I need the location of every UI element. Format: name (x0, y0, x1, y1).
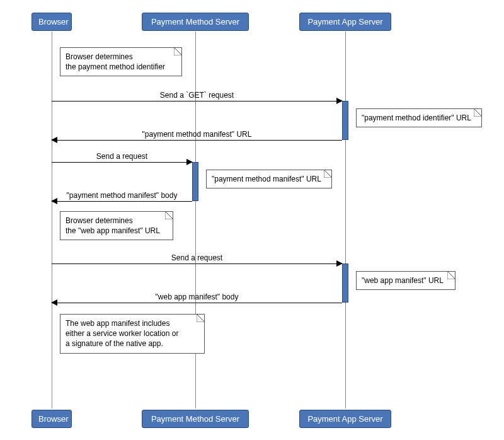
arrow-label: "payment method manifest" body (67, 191, 178, 200)
arrow-label: Send a request (96, 152, 147, 161)
svg-marker-2 (324, 170, 332, 178)
note-line: a signature of the native app. (66, 339, 163, 348)
activation-pa-server-1 (342, 101, 348, 140)
arrow-webapp-manifest-body: "web app manifest" body (52, 303, 342, 303)
lifeline-pa-server (345, 32, 346, 408)
note-browser-determines-webapp: Browser determines the "web app manifest… (60, 211, 173, 240)
note-fold-icon (447, 271, 455, 279)
note-line: The web app manifest includes (66, 319, 169, 328)
note-webapp-manifest-url: "web app manifest" URL (356, 271, 455, 290)
note-line: the payment method identifier (66, 62, 165, 71)
note-pm-manifest-url: "payment method manifest" URL (206, 170, 332, 188)
participant-label: Browser (38, 414, 69, 424)
participant-label: Payment Method Server (151, 414, 239, 424)
arrow-head-icon (51, 137, 57, 143)
participant-label: Payment Method Server (151, 17, 239, 26)
note-browser-determines-identifier: Browser determines the payment method id… (60, 47, 182, 76)
participant-label: Browser (38, 17, 69, 26)
note-fold-icon (165, 211, 173, 219)
note-text: "payment method manifest" URL (212, 175, 321, 183)
note-line: Browser determines (66, 216, 133, 225)
note-fold-icon (197, 314, 205, 322)
note-line: either a service worker location or (66, 329, 178, 338)
note-fold-icon (474, 108, 482, 117)
participant-label: Payment App Server (307, 17, 382, 26)
participant-pa-server-top: Payment App Server (299, 13, 391, 31)
participant-browser-top: Browser (32, 13, 72, 31)
sequence-diagram: Browser Payment Method Server Payment Ap… (0, 0, 504, 440)
arrow-send-request-pm: Send a request (52, 162, 192, 163)
participant-pa-server-bottom: Payment App Server (299, 410, 391, 428)
arrow-pm-manifest-url: "payment method manifest" URL (52, 140, 342, 141)
note-line: the "web app manifest" URL (66, 226, 160, 235)
note-pm-identifier-url: "payment method identifier" URL (356, 108, 482, 127)
arrow-send-request-pa: Send a request (52, 263, 342, 264)
svg-marker-1 (474, 108, 482, 117)
note-fold-icon (324, 170, 332, 178)
note-line: Browser determines (66, 52, 133, 61)
participant-browser-bottom: Browser (32, 410, 72, 428)
note-webapp-manifest-includes: The web app manifest includes either a s… (60, 314, 205, 354)
arrow-label: "payment method manifest" URL (142, 130, 252, 139)
arrow-label: "web app manifest" body (156, 292, 239, 301)
arrow-get-request: Send a `GET` request (52, 101, 342, 101)
note-text: "web app manifest" URL (362, 276, 444, 285)
arrow-head-icon (51, 198, 57, 204)
participant-pm-server-bottom: Payment Method Server (142, 410, 249, 428)
svg-marker-4 (447, 271, 455, 279)
arrow-pm-manifest-body: "payment method manifest" body (52, 201, 192, 202)
svg-marker-3 (165, 211, 173, 219)
activation-pm-server (192, 162, 198, 201)
lifeline-browser (52, 32, 52, 408)
arrow-label: Send a `GET` request (160, 91, 234, 100)
participant-pm-server-top: Payment Method Server (142, 13, 249, 31)
note-text: "payment method identifier" URL (362, 113, 471, 122)
participant-label: Payment App Server (307, 414, 382, 424)
arrow-label: Send a request (171, 253, 222, 262)
arrow-head-icon (51, 299, 57, 306)
svg-marker-5 (197, 314, 205, 322)
activation-pa-server-2 (342, 263, 348, 303)
svg-marker-0 (174, 47, 182, 55)
note-fold-icon (174, 47, 182, 55)
